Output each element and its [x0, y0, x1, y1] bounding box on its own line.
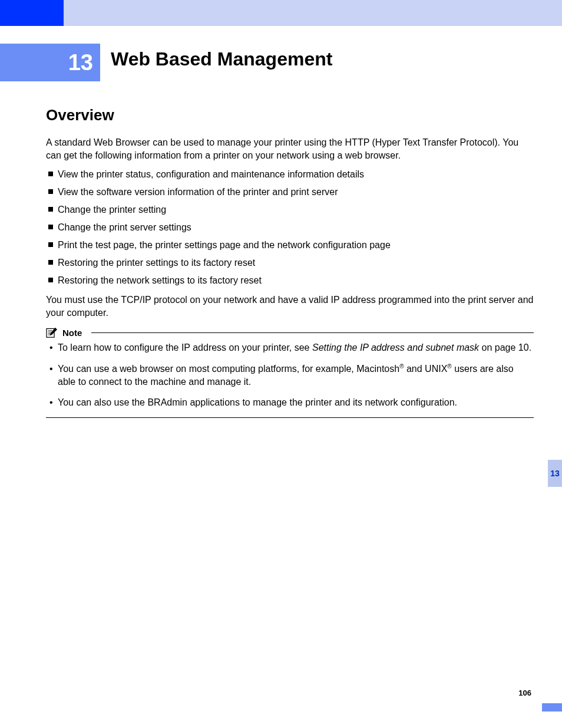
- list-item: Restoring the network settings to its fa…: [46, 274, 534, 288]
- chapter-number-badge: 13: [0, 44, 100, 81]
- closing-paragraph: You must use the TCP/IP protocol on your…: [46, 294, 534, 319]
- side-tab-number: 13: [550, 469, 560, 478]
- note-list: To learn how to configure the IP address…: [49, 341, 534, 409]
- section-heading: Overview: [46, 106, 534, 124]
- bottom-accent-strip: [542, 703, 562, 711]
- note-item: You can use a web browser on most comput…: [49, 363, 534, 388]
- note-bottom-rule: [46, 417, 534, 418]
- header-blue-block: [0, 0, 64, 26]
- side-tab: 13: [548, 460, 562, 487]
- note-text: on page 10.: [479, 342, 531, 353]
- header-band: [0, 0, 562, 26]
- list-item: Restoring the printer settings to its fa…: [46, 256, 534, 270]
- note-text: To learn how to configure the IP address…: [58, 342, 312, 353]
- page-number: 106: [518, 689, 531, 697]
- note-item: You can also use the BRAdmin application…: [49, 396, 534, 409]
- note-box: Note To learn how to configure the IP ad…: [46, 327, 534, 418]
- note-label: Note: [62, 328, 82, 338]
- note-text: You can use a web browser on most comput…: [58, 364, 399, 374]
- header-light-block: [64, 0, 562, 26]
- note-text: and UNIX: [404, 364, 448, 374]
- note-item: To learn how to configure the IP address…: [49, 341, 534, 354]
- note-top-rule: [91, 332, 534, 333]
- list-item: Change the print server settings: [46, 220, 534, 235]
- list-item: View the printer status, configuration a…: [46, 167, 534, 182]
- intro-paragraph: A standard Web Browser can be used to ma…: [46, 136, 534, 162]
- list-item: Change the printer setting: [46, 203, 534, 217]
- chapter-title: Web Based Management: [111, 48, 332, 70]
- registered-mark: ®: [399, 363, 404, 370]
- registered-mark: ®: [447, 363, 451, 370]
- feature-list: View the printer status, configuration a…: [46, 167, 534, 288]
- list-item: Print the test page, the printer setting…: [46, 238, 534, 252]
- content-area: Overview A standard Web Browser can be u…: [46, 106, 534, 418]
- pencil-note-icon: [46, 327, 58, 338]
- chapter-number: 13: [68, 50, 93, 75]
- note-header: Note: [46, 327, 534, 338]
- list-item: View the software version information of…: [46, 185, 534, 199]
- note-text-italic: Setting the IP address and subnet mask: [312, 342, 479, 353]
